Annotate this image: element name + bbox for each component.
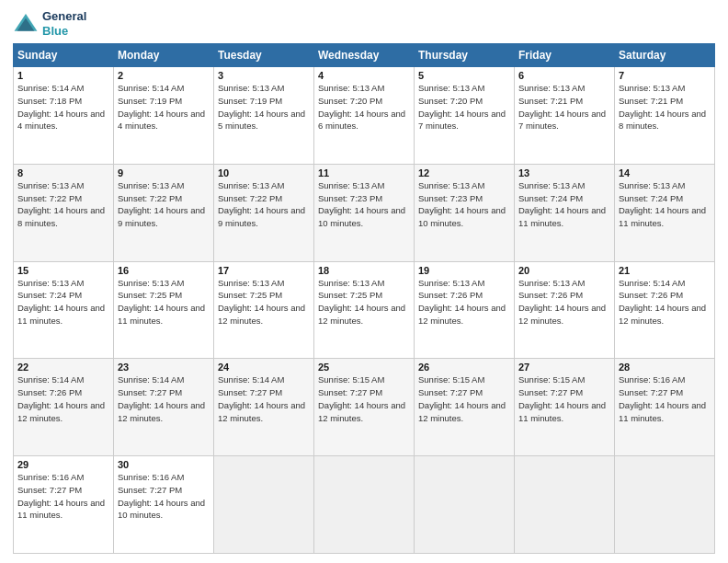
day-info: Sunrise: 5:14 AMSunset: 7:26 PMDaylight:…: [619, 277, 711, 327]
day-info: Sunrise: 5:16 AMSunset: 7:27 PMDaylight:…: [619, 373, 711, 424]
calendar-cell: 16Sunrise: 5:13 AMSunset: 7:25 PMDayligh…: [114, 261, 214, 359]
calendar-cell: [615, 456, 715, 554]
calendar-week-2: 8Sunrise: 5:13 AMSunset: 7:22 PMDaylight…: [14, 164, 715, 261]
day-number: 21: [619, 265, 711, 276]
day-info: Sunrise: 5:13 AMSunset: 7:24 PMDaylight:…: [619, 179, 711, 230]
calendar-cell: [214, 456, 314, 554]
calendar-cell: 12Sunrise: 5:13 AMSunset: 7:23 PMDayligh…: [415, 164, 515, 261]
day-number: 19: [418, 265, 510, 276]
day-info: Sunrise: 5:15 AMSunset: 7:27 PMDaylight:…: [318, 373, 410, 424]
calendar-week-3: 15Sunrise: 5:13 AMSunset: 7:24 PMDayligh…: [14, 261, 715, 359]
calendar-cell: 22Sunrise: 5:14 AMSunset: 7:26 PMDayligh…: [14, 359, 114, 456]
day-info: Sunrise: 5:13 AMSunset: 7:23 PMDaylight:…: [418, 179, 510, 230]
day-info: Sunrise: 5:13 AMSunset: 7:22 PMDaylight:…: [218, 179, 310, 230]
calendar-cell: 23Sunrise: 5:14 AMSunset: 7:27 PMDayligh…: [114, 359, 214, 456]
day-number: 29: [17, 459, 109, 470]
logo-text: General Blue: [42, 9, 86, 38]
calendar-cell: 7Sunrise: 5:13 AMSunset: 7:21 PMDaylight…: [615, 67, 715, 165]
day-number: 7: [619, 70, 711, 81]
day-number: 4: [318, 70, 410, 81]
calendar-cell: 11Sunrise: 5:13 AMSunset: 7:23 PMDayligh…: [314, 164, 415, 261]
weekday-header-tuesday: Tuesday: [214, 44, 314, 67]
day-info: Sunrise: 5:15 AMSunset: 7:27 PMDaylight:…: [418, 373, 510, 424]
day-number: 2: [118, 70, 210, 81]
day-number: 14: [619, 167, 711, 178]
calendar-week-4: 22Sunrise: 5:14 AMSunset: 7:26 PMDayligh…: [14, 359, 715, 456]
day-info: Sunrise: 5:13 AMSunset: 7:23 PMDaylight:…: [318, 179, 410, 230]
day-number: 16: [118, 265, 210, 276]
day-info: Sunrise: 5:15 AMSunset: 7:27 PMDaylight:…: [518, 373, 610, 424]
day-number: 12: [418, 167, 510, 178]
calendar-cell: 20Sunrise: 5:13 AMSunset: 7:26 PMDayligh…: [515, 261, 615, 359]
header: General Blue: [13, 9, 715, 38]
page: General Blue SundayMondayTuesdayWednesda…: [0, 0, 728, 563]
logo-icon: [13, 11, 39, 37]
day-number: 11: [318, 167, 410, 178]
calendar-cell: 18Sunrise: 5:13 AMSunset: 7:25 PMDayligh…: [314, 261, 415, 359]
calendar-cell: 17Sunrise: 5:13 AMSunset: 7:25 PMDayligh…: [214, 261, 314, 359]
calendar-cell: 21Sunrise: 5:14 AMSunset: 7:26 PMDayligh…: [615, 261, 715, 359]
day-info: Sunrise: 5:13 AMSunset: 7:21 PMDaylight:…: [619, 82, 711, 132]
day-info: Sunrise: 5:13 AMSunset: 7:25 PMDaylight:…: [218, 277, 310, 327]
calendar-cell: 27Sunrise: 5:15 AMSunset: 7:27 PMDayligh…: [515, 359, 615, 456]
weekday-header-wednesday: Wednesday: [314, 44, 415, 67]
calendar-cell: 1Sunrise: 5:14 AMSunset: 7:18 PMDaylight…: [14, 67, 114, 165]
day-number: 10: [218, 167, 310, 178]
day-info: Sunrise: 5:13 AMSunset: 7:25 PMDaylight:…: [118, 277, 210, 327]
day-number: 26: [418, 362, 510, 373]
day-info: Sunrise: 5:13 AMSunset: 7:24 PMDaylight:…: [17, 277, 109, 327]
calendar-cell: 4Sunrise: 5:13 AMSunset: 7:20 PMDaylight…: [314, 67, 415, 165]
day-info: Sunrise: 5:13 AMSunset: 7:20 PMDaylight:…: [418, 82, 510, 132]
day-number: 28: [619, 362, 711, 373]
calendar-cell: 26Sunrise: 5:15 AMSunset: 7:27 PMDayligh…: [415, 359, 515, 456]
calendar-cell: 3Sunrise: 5:13 AMSunset: 7:19 PMDaylight…: [214, 67, 314, 165]
calendar-week-1: 1Sunrise: 5:14 AMSunset: 7:18 PMDaylight…: [14, 67, 715, 165]
day-number: 18: [318, 265, 410, 276]
weekday-header-sunday: Sunday: [14, 44, 114, 67]
calendar-cell: 28Sunrise: 5:16 AMSunset: 7:27 PMDayligh…: [615, 359, 715, 456]
calendar-cell: 9Sunrise: 5:13 AMSunset: 7:22 PMDaylight…: [114, 164, 214, 261]
weekday-header-monday: Monday: [114, 44, 214, 67]
calendar-cell: 5Sunrise: 5:13 AMSunset: 7:20 PMDaylight…: [415, 67, 515, 165]
day-number: 13: [518, 167, 610, 178]
day-number: 9: [118, 167, 210, 178]
calendar-cell: [515, 456, 615, 554]
day-info: Sunrise: 5:13 AMSunset: 7:19 PMDaylight:…: [218, 82, 310, 132]
calendar-cell: 8Sunrise: 5:13 AMSunset: 7:22 PMDaylight…: [14, 164, 114, 261]
day-number: 6: [518, 70, 610, 81]
day-info: Sunrise: 5:14 AMSunset: 7:19 PMDaylight:…: [118, 82, 210, 132]
day-info: Sunrise: 5:13 AMSunset: 7:22 PMDaylight:…: [17, 179, 109, 230]
day-info: Sunrise: 5:13 AMSunset: 7:25 PMDaylight:…: [318, 277, 410, 327]
day-number: 20: [518, 265, 610, 276]
calendar-cell: 25Sunrise: 5:15 AMSunset: 7:27 PMDayligh…: [314, 359, 415, 456]
day-number: 1: [17, 70, 109, 81]
logo: General Blue: [13, 9, 86, 38]
calendar-cell: 13Sunrise: 5:13 AMSunset: 7:24 PMDayligh…: [515, 164, 615, 261]
day-number: 30: [118, 459, 210, 470]
weekday-header-saturday: Saturday: [615, 44, 715, 67]
day-number: 25: [318, 362, 410, 373]
calendar-cell: 14Sunrise: 5:13 AMSunset: 7:24 PMDayligh…: [615, 164, 715, 261]
day-info: Sunrise: 5:13 AMSunset: 7:21 PMDaylight:…: [518, 82, 610, 132]
day-number: 5: [418, 70, 510, 81]
day-number: 24: [218, 362, 310, 373]
day-info: Sunrise: 5:13 AMSunset: 7:22 PMDaylight:…: [118, 179, 210, 230]
calendar-cell: 6Sunrise: 5:13 AMSunset: 7:21 PMDaylight…: [515, 67, 615, 165]
day-info: Sunrise: 5:16 AMSunset: 7:27 PMDaylight:…: [17, 471, 109, 522]
day-info: Sunrise: 5:13 AMSunset: 7:26 PMDaylight:…: [518, 277, 610, 327]
calendar-cell: 30Sunrise: 5:16 AMSunset: 7:27 PMDayligh…: [114, 456, 214, 554]
day-number: 23: [118, 362, 210, 373]
weekday-header-row: SundayMondayTuesdayWednesdayThursdayFrid…: [14, 44, 715, 67]
weekday-header-friday: Friday: [515, 44, 615, 67]
day-info: Sunrise: 5:14 AMSunset: 7:26 PMDaylight:…: [17, 373, 109, 424]
day-info: Sunrise: 5:13 AMSunset: 7:20 PMDaylight:…: [318, 82, 410, 132]
calendar-cell: [314, 456, 415, 554]
calendar-cell: 15Sunrise: 5:13 AMSunset: 7:24 PMDayligh…: [14, 261, 114, 359]
calendar-cell: 19Sunrise: 5:13 AMSunset: 7:26 PMDayligh…: [415, 261, 515, 359]
calendar-cell: [415, 456, 515, 554]
day-number: 3: [218, 70, 310, 81]
calendar-cell: 24Sunrise: 5:14 AMSunset: 7:27 PMDayligh…: [214, 359, 314, 456]
day-info: Sunrise: 5:14 AMSunset: 7:27 PMDaylight:…: [218, 373, 310, 424]
day-number: 17: [218, 265, 310, 276]
day-info: Sunrise: 5:14 AMSunset: 7:18 PMDaylight:…: [17, 82, 109, 132]
